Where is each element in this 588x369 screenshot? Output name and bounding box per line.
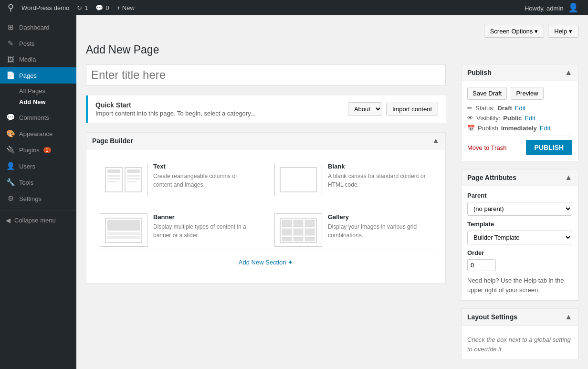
publish-time-edit-link[interactable]: Edit (540, 125, 550, 132)
sidebar-item-users[interactable]: 👤 Users (0, 158, 76, 174)
site-name: WordPress demo (21, 4, 69, 11)
import-content-button[interactable]: Import content (386, 103, 438, 116)
sidebar-item-dashboard[interactable]: ⊞ Dashboard (0, 19, 76, 35)
sidebar-item-plugins[interactable]: 🔌 Plugins 1 (0, 142, 76, 158)
sidebar-item-label: Settings (19, 195, 42, 202)
sidebar-item-pages[interactable]: 📄 Pages (0, 67, 76, 84)
quick-start-description: Import content into this page. To begin,… (95, 110, 256, 117)
attributes-help-text: Need help? Use the Help tab in the upper… (467, 276, 572, 295)
page-attributes-box: Page Attributes ▲ Parent (no parent) Tem… (461, 169, 578, 301)
quick-start-title: Quick Start (95, 101, 256, 109)
sidebar-item-appearance[interactable]: 🎨 Appearance (0, 126, 76, 142)
comments-link[interactable]: 💬 0 (92, 0, 113, 15)
builder-item-text[interactable]: Text Create rearrangeable columns of con… (96, 159, 261, 200)
svg-rect-19 (282, 229, 292, 235)
layout-settings-content: Check the box next to a global setting t… (462, 326, 578, 359)
help-button[interactable]: Help ▾ (548, 25, 578, 38)
svg-rect-2 (107, 169, 120, 173)
layout-settings-box: Layout Settings ▲ Check the box next to … (461, 308, 578, 360)
order-input[interactable] (467, 259, 496, 271)
layout-settings-desc: Check the box next to a global setting t… (467, 335, 572, 354)
svg-rect-4 (107, 178, 120, 179)
screen-options-button[interactable]: Screen Options ▾ (484, 25, 545, 38)
builder-info-banner: Banner Display multiple types of content… (153, 213, 257, 240)
builder-info-text: Text Create rearrangeable columns of con… (153, 163, 257, 189)
publish-box: Publish ▲ Save Draft Preview (461, 64, 578, 161)
pages-submenu: All Pages Add New (0, 84, 76, 109)
sidebar-item-label: Comments (19, 114, 49, 121)
new-label: + New (117, 4, 135, 11)
svg-rect-18 (305, 220, 315, 227)
sidebar-sub-all-pages[interactable]: All Pages (15, 85, 76, 96)
builder-desc-banner: Display multiple types of content in a b… (153, 222, 257, 240)
svg-rect-22 (282, 237, 292, 241)
sidebar-item-settings[interactable]: ⚙ Settings (0, 190, 76, 207)
page-attributes-title: Page Attributes (467, 174, 516, 181)
parent-select[interactable]: (no parent) (467, 202, 572, 216)
collapse-menu-button[interactable]: ◀ Collapse menu (0, 211, 76, 228)
move-to-trash-link[interactable]: Move to Trash (467, 144, 506, 151)
page-attributes-header: Page Attributes ▲ (462, 169, 578, 186)
publish-button[interactable]: PUBLISH (526, 140, 572, 155)
sidebar-item-tools[interactable]: 🔧 Tools (0, 174, 76, 190)
builder-label-gallery: Gallery (328, 213, 432, 221)
builder-item-blank[interactable]: Blank A blank canvas for standard conten… (271, 159, 436, 200)
page-title-input[interactable] (86, 64, 446, 86)
svg-rect-21 (305, 229, 315, 235)
top-buttons-bar: Screen Options ▾ Help ▾ (86, 25, 578, 38)
status-value: Draft (497, 105, 512, 112)
layout-settings-toggle[interactable]: ▲ (565, 313, 572, 321)
collapse-label: Collapse menu (14, 217, 56, 224)
builder-item-gallery[interactable]: Gallery Display your images in various g… (271, 210, 436, 251)
status-edit-link[interactable]: Edit (515, 105, 525, 112)
page-builder-toggle[interactable]: ▲ (432, 137, 440, 145)
pages-icon: 📄 (6, 71, 15, 80)
publish-title: Publish (467, 69, 492, 76)
updates-icon: ↻ (77, 4, 82, 11)
wp-logo-icon[interactable]: ⚲ (4, 2, 18, 13)
plugins-icon: 🔌 (6, 146, 15, 154)
sidebar-sub-add-new[interactable]: Add New (15, 96, 76, 107)
preview-button[interactable]: Preview (511, 87, 543, 100)
updates-link[interactable]: ↻ 1 (73, 0, 92, 15)
comments-nav-icon: 💬 (6, 113, 15, 122)
plugins-badge: 1 (43, 147, 51, 153)
updates-count: 1 (84, 4, 88, 11)
quick-start-text: Quick Start Import content into this pag… (95, 101, 256, 117)
svg-rect-23 (294, 237, 303, 241)
publish-time: 📅 Publish immediately Edit (467, 125, 572, 132)
svg-rect-6 (127, 169, 140, 173)
site-name-link[interactable]: WordPress demo (18, 0, 73, 15)
sidebar-item-comments[interactable]: 💬 Comments (0, 109, 76, 126)
publish-actions: Save Draft Preview (467, 87, 572, 100)
svg-rect-24 (305, 237, 315, 241)
page-builder-title: Page Builder (92, 137, 133, 145)
svg-rect-13 (107, 232, 140, 235)
sidebar-item-label: Plugins (19, 147, 40, 154)
add-new-section-link[interactable]: Add New Section ✦ (239, 259, 293, 266)
sidebar-item-media[interactable]: 🖼 Media (0, 52, 76, 67)
builder-items-grid: Text Create rearrangeable columns of con… (96, 159, 436, 251)
template-select[interactable]: Builder Template (467, 231, 572, 244)
page-title: Add New Page (86, 43, 578, 56)
settings-icon: ⚙ (6, 194, 15, 203)
collapse-icon: ◀ (6, 217, 10, 224)
media-icon: 🖼 (6, 55, 15, 63)
sidebar-item-label: Dashboard (19, 24, 50, 31)
sidebar-item-posts[interactable]: ✎ Posts (0, 35, 76, 52)
visibility-edit-link[interactable]: Edit (525, 115, 535, 122)
page-attributes-toggle[interactable]: ▲ (565, 173, 572, 182)
builder-item-banner[interactable]: Banner Display multiple types of content… (96, 210, 261, 251)
publish-box-content: Save Draft Preview ✏ Status: Draft Edit (462, 81, 578, 161)
publish-toggle[interactable]: ▲ (565, 68, 572, 77)
new-content-link[interactable]: + New (113, 0, 138, 15)
chevron-down-icon: ▾ (535, 28, 538, 35)
sidebar-item-label: Pages (19, 72, 37, 79)
sidebar-item-label: Appearance (19, 130, 52, 137)
save-draft-button[interactable]: Save Draft (467, 87, 507, 100)
layout-settings-title: Layout Settings (467, 313, 517, 321)
page-attributes-content: Parent (no parent) Template Builder Temp… (462, 186, 578, 300)
quick-start-category-select[interactable]: About (348, 102, 382, 116)
svg-rect-16 (282, 220, 292, 227)
svg-rect-14 (107, 236, 140, 239)
